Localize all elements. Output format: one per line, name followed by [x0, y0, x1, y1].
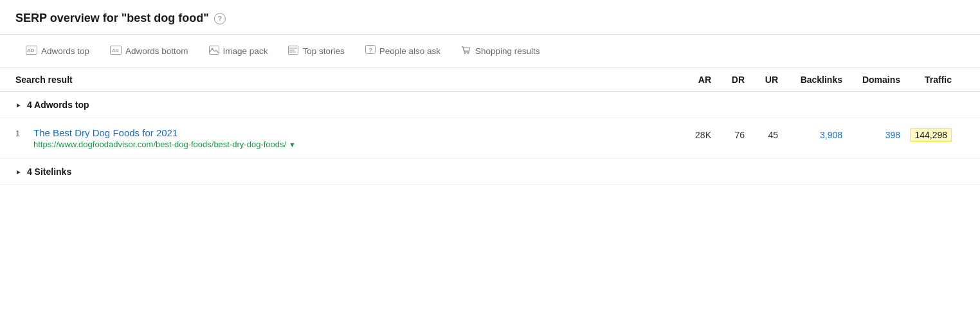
col-header-traffic: Traffic [900, 75, 965, 85]
tab-top-stories[interactable]: Top stories [278, 42, 354, 60]
url-dropdown-icon[interactable]: ▼ [289, 141, 296, 148]
group-label-sitelinks-text: 4 Sitelinks [27, 166, 71, 177]
tab-adwords-top[interactable]: AD Adwords top [15, 42, 100, 60]
group-label-text: 4 Adwords top [27, 100, 89, 110]
tab-image-pack-label: Image pack [223, 46, 268, 56]
group-label-sitelinks: ► 4 Sitelinks [15, 166, 71, 177]
tab-top-stories-label: Top stories [302, 46, 344, 56]
svg-text:AD: AD [27, 48, 35, 53]
col-headers-metrics: AR DR UR Backlinks Domains Traffic [678, 75, 965, 85]
adwords-bottom-icon: Ad [110, 46, 122, 57]
col-header-domains: Domains [842, 75, 900, 85]
group-row-adwords-top[interactable]: ► 4 Adwords top [0, 92, 980, 118]
col-header-search-result: Search result [15, 75, 678, 85]
tab-image-pack[interactable]: Image pack [199, 42, 278, 60]
result-url: https://www.dogfoodadvisor.com/best-dog-… [33, 140, 678, 149]
svg-point-12 [464, 53, 466, 54]
svg-point-13 [467, 53, 469, 54]
page-title: SERP overview for "best dog food" [15, 12, 209, 25]
metric-domains[interactable]: 398 [842, 130, 900, 140]
col-header-ur: UR [745, 75, 778, 85]
image-pack-icon [209, 46, 219, 57]
adwords-top-icon: AD [26, 46, 37, 57]
filter-tabs-bar: AD Adwords top Ad Adwords bottom [0, 35, 980, 68]
col-header-dr: DR [711, 75, 745, 85]
tab-people-also-ask-label: People also ask [379, 46, 440, 56]
table-header-row: Search result AR DR UR Backlinks Domains… [0, 68, 980, 92]
metric-traffic: 144,298 [900, 130, 965, 140]
result-url-text: https://www.dogfoodadvisor.com/best-dog-… [33, 140, 286, 149]
triangle-icon: ► [15, 102, 22, 109]
metric-dr: 76 [711, 130, 745, 140]
serp-table: Search result AR DR UR Backlinks Domains… [0, 68, 980, 185]
metric-ur: 45 [745, 130, 778, 140]
metric-backlinks[interactable]: 3,908 [778, 130, 842, 140]
top-stories-icon [288, 46, 298, 57]
svg-text:?: ? [368, 47, 372, 53]
tab-adwords-bottom[interactable]: Ad Adwords bottom [100, 42, 199, 60]
row-metrics: 28K 76 45 3,908 398 144,298 [678, 127, 965, 140]
shopping-results-icon [461, 46, 471, 57]
row-number: 1 [15, 127, 33, 138]
svg-text:Ad: Ad [112, 48, 119, 53]
triangle-icon-sitelinks: ► [15, 168, 22, 176]
page-wrapper: SERP overview for "best dog food" ? AD A… [0, 0, 980, 324]
traffic-value: 144,298 [910, 128, 952, 142]
col-header-backlinks: Backlinks [778, 75, 842, 85]
tab-adwords-top-label: Adwords top [41, 46, 89, 56]
help-icon[interactable]: ? [214, 13, 226, 24]
tab-shopping-results[interactable]: Shopping results [451, 42, 550, 60]
table-row: 1 The Best Dry Dog Foods for 2021 https:… [0, 118, 980, 159]
group-row-sitelinks[interactable]: ► 4 Sitelinks [0, 159, 980, 185]
result-title-link[interactable]: The Best Dry Dog Foods for 2021 [33, 127, 678, 138]
tab-adwords-bottom-label: Adwords bottom [125, 46, 188, 56]
tab-shopping-results-label: Shopping results [475, 46, 540, 56]
page-header: SERP overview for "best dog food" ? [0, 0, 980, 35]
people-also-ask-icon: ? [365, 45, 376, 57]
metric-ar: 28K [678, 130, 711, 140]
group-label-adwords-top: ► 4 Adwords top [15, 100, 89, 110]
result-info: The Best Dry Dog Foods for 2021 https://… [33, 127, 678, 149]
tab-people-also-ask[interactable]: ? People also ask [355, 41, 451, 61]
col-header-ar: AR [678, 75, 711, 85]
